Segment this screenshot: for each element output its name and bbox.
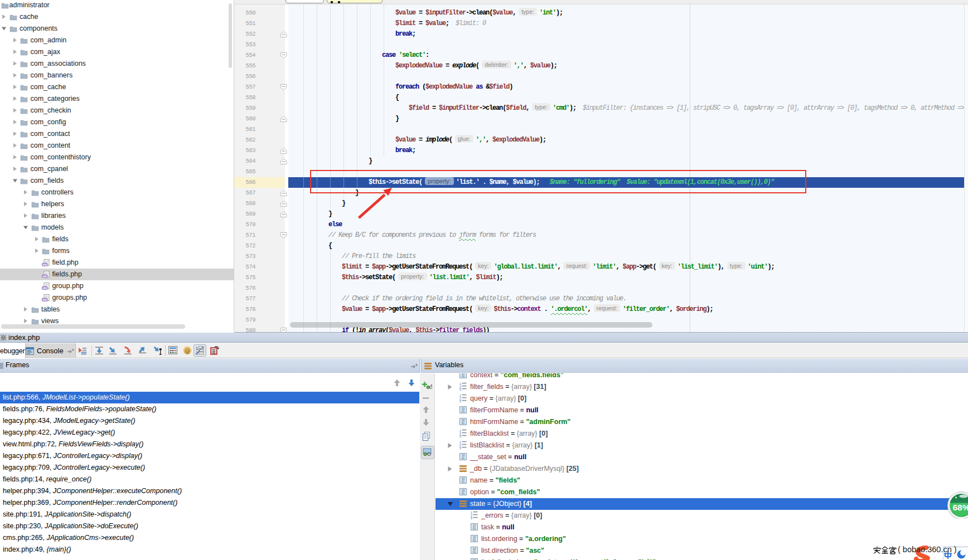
- variable-row-query[interactable]: 125query = {array} [0]: [435, 393, 968, 405]
- code-line-574[interactable]: $limit = $app->getUserStateFromRequest(k…: [288, 262, 775, 272]
- editor-vertical-scrollbar[interactable]: [964, 4, 968, 332]
- tree-item-com_checkin[interactable]: com_checkin: [0, 105, 234, 116]
- tree-item-tables[interactable]: tables: [0, 304, 234, 315]
- tree-item-group-php[interactable]: phpgroup.php: [0, 280, 234, 292]
- variable-row-__state_set[interactable]: 1001__state_set = null: [435, 451, 968, 463]
- code-line-558[interactable]: {: [288, 92, 399, 103]
- variable-row-_errors[interactable]: 125_errors = {array} [0]: [435, 510, 968, 522]
- tree-item-components[interactable]: components: [0, 23, 234, 35]
- editor-horizontal-scrollbar[interactable]: [290, 322, 652, 328]
- frame-row[interactable]: list.php:566, JModelList->populateState(…: [0, 392, 419, 403]
- chevron-collapsed-icon[interactable]: [447, 463, 454, 475]
- code-area[interactable]: $value = $inputFilter->clean($value,type…: [288, 0, 964, 332]
- frame-row[interactable]: site.php:191, JApplicationSite->dispatch…: [0, 509, 419, 520]
- run-to-cursor-button[interactable]: [153, 346, 163, 355]
- tree-horizontal-scrollbar[interactable]: [1, 324, 185, 329]
- tree-item-com_ajax[interactable]: com_ajax: [0, 46, 234, 58]
- frame-row[interactable]: view.html.php:72, FieldsViewFields->disp…: [0, 439, 419, 450]
- chevron-collapsed-icon[interactable]: [23, 210, 30, 222]
- tree-item-controllers[interactable]: controllers: [0, 187, 234, 198]
- code-line-577[interactable]: // Check if the ordering field is in the…: [288, 294, 626, 304]
- chevron-collapsed-icon[interactable]: [1, 11, 8, 23]
- tree-item-com_fields[interactable]: com_fields: [0, 175, 234, 187]
- chevron-collapsed-icon[interactable]: [34, 245, 41, 257]
- variable-row-filterBlacklist[interactable]: 125filterBlacklist = {array} [0]: [435, 428, 968, 440]
- variable-row-name[interactable]: 1001name = "fields": [435, 475, 968, 486]
- tree-item-models[interactable]: models: [0, 222, 234, 233]
- code-line-569[interactable]: }: [288, 209, 332, 220]
- code-line-571[interactable]: // Keep B/C for components previous to j…: [288, 230, 536, 241]
- chevron-expanded-icon[interactable]: [447, 498, 454, 510]
- tree-item-cache[interactable]: cache: [0, 11, 234, 23]
- code-line-552[interactable]: break;: [288, 29, 415, 40]
- tree-item-com_admin[interactable]: com_admin: [0, 35, 234, 46]
- frame-row[interactable]: fields.php:76, FieldsModelFields->popula…: [0, 403, 419, 415]
- show-watches-button[interactable]: [422, 447, 432, 456]
- code-line-563[interactable]: break;: [288, 145, 415, 156]
- code-line-568[interactable]: }: [288, 198, 345, 209]
- remove-watch-button[interactable]: [422, 395, 429, 403]
- force-step-into-button[interactable]: [123, 346, 132, 355]
- chevron-expanded-icon[interactable]: [12, 175, 19, 187]
- variable-row-option[interactable]: 1001option = "com_fields": [435, 486, 968, 498]
- show-execution-point-button[interactable]: [78, 346, 87, 355]
- chevron-collapsed-icon[interactable]: [12, 46, 19, 58]
- code-line-572[interactable]: {: [288, 241, 332, 251]
- tab-console[interactable]: Console: [26, 343, 76, 358]
- copy-value-button[interactable]: [422, 432, 430, 441]
- tree-vertical-scrollbar[interactable]: [229, 3, 232, 68]
- tree-item-com_banners[interactable]: com_banners: [0, 70, 234, 81]
- frame-row[interactable]: legacy.php:434, JModelLegacy->getState(): [0, 415, 419, 427]
- add-watch-button[interactable]: [422, 381, 432, 390]
- chevron-collapsed-icon[interactable]: [23, 304, 30, 315]
- code-line-573[interactable]: // Pre-fill the limits: [288, 251, 415, 262]
- code-line-559[interactable]: $field = $inputFilter->clean($field,type…: [288, 103, 968, 114]
- chevron-collapsed-icon[interactable]: [12, 140, 19, 152]
- move-watch-down-button[interactable]: [422, 418, 430, 427]
- move-watch-up-button[interactable]: [422, 406, 430, 415]
- variable-row-state[interactable]: state = {JObject} [4]: [435, 498, 968, 510]
- frame-row[interactable]: legacy.php:422, JViewLegacy->get(): [0, 427, 419, 439]
- tree-item-com_contact[interactable]: com_contact: [0, 128, 234, 140]
- chevron-collapsed-icon[interactable]: [447, 440, 454, 451]
- frame-row[interactable]: site.php:230, JApplicationSite->doExecut…: [0, 520, 419, 532]
- chevron-collapsed-icon[interactable]: [12, 116, 19, 128]
- tree-item-com_categories[interactable]: com_categories: [0, 93, 234, 105]
- tree-item-com_config[interactable]: com_config: [0, 116, 234, 128]
- tree-item-com_cpanel[interactable]: com_cpanel: [0, 163, 234, 175]
- inline-values-toggle-button[interactable]: 12: [196, 346, 204, 355]
- tree-item-com_contenthistory[interactable]: com_contenthistory: [0, 152, 234, 163]
- tab-debugger[interactable]: ebugger: [0, 343, 26, 358]
- step-out-button[interactable]: [138, 346, 147, 355]
- frame-row[interactable]: helper.php:369, JComponentHelper::render…: [0, 497, 419, 509]
- chevron-collapsed-icon[interactable]: [12, 70, 19, 81]
- frame-row[interactable]: helper.php:394, JComponentHelper::execut…: [0, 485, 419, 497]
- chevron-collapsed-icon[interactable]: [12, 58, 19, 70]
- tree-item-com_content[interactable]: com_content: [0, 140, 234, 152]
- chevron-collapsed-icon[interactable]: [12, 128, 19, 140]
- evaluate-expression-button[interactable]: [168, 346, 177, 355]
- frame-row[interactable]: cms.php:265, JApplicationCms->execute(): [0, 532, 419, 544]
- step-into-button[interactable]: [108, 346, 117, 355]
- frames-variables-splitter[interactable]: [419, 359, 422, 373]
- tree-item-field-php[interactable]: phpfield.php: [0, 257, 234, 269]
- code-line-551[interactable]: $limit = $value; $limit: 0: [288, 18, 486, 29]
- frame-row[interactable]: index.php:49, {main}(): [0, 544, 419, 556]
- tree-item-administrator[interactable]: administrator: [0, 0, 234, 11]
- tree-item-com_cache[interactable]: com_cache: [0, 81, 234, 93]
- chevron-collapsed-icon[interactable]: [23, 198, 30, 210]
- code-line-562[interactable]: $value = implode(glue:',', $explodedValu…: [288, 135, 546, 145]
- tree-item-com_associations[interactable]: com_associations: [0, 58, 234, 70]
- frame-row[interactable]: legacy.php:671, JControllerLegacy->displ…: [0, 450, 419, 462]
- code-line-555[interactable]: $explodedValue = explode(delimiter:',', …: [288, 61, 557, 71]
- chevron-collapsed-icon[interactable]: [12, 81, 19, 93]
- code-line-570[interactable]: else: [288, 220, 342, 230]
- code-line-550[interactable]: $value = $inputFilter->clean($value,type…: [288, 8, 563, 18]
- tree-item-helpers[interactable]: helpers: [0, 198, 234, 210]
- chevron-collapsed-icon[interactable]: [12, 93, 19, 105]
- code-line-560[interactable]: }: [288, 114, 399, 124]
- code-line-564[interactable]: }: [288, 156, 372, 167]
- step-over-button[interactable]: [95, 346, 104, 355]
- frame-row[interactable]: fields.php:14, require_once(): [0, 474, 419, 485]
- tree-item-groups-php[interactable]: phpgroups.php: [0, 292, 234, 304]
